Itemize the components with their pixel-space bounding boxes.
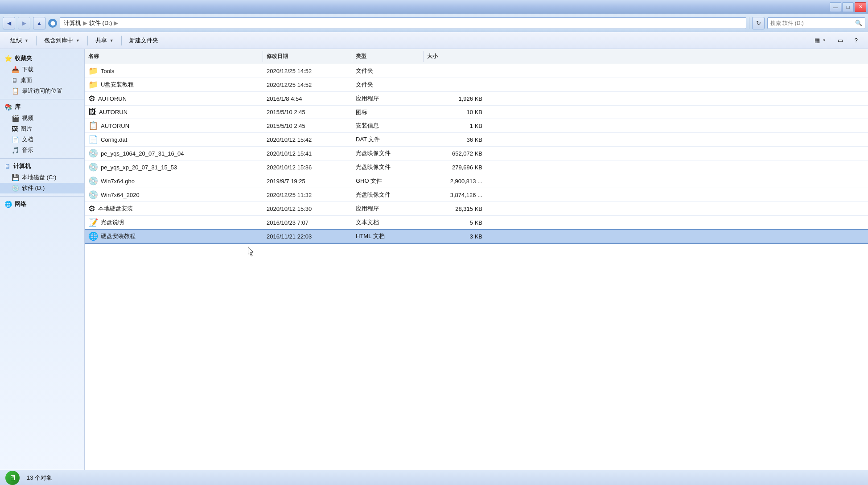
sidebar-section-network: 🌐 网络 [0, 198, 84, 210]
sidebar-item-pictures[interactable]: 🖼 图片 [0, 123, 84, 134]
col-header-type[interactable]: 类型 [352, 51, 424, 62]
up-button[interactable]: ▲ [33, 17, 45, 29]
table-row[interactable]: 🖼 AUTORUN 2015/5/10 2:45 图标 10 KB [85, 106, 868, 119]
file-date-cell: 2019/9/7 19:25 [263, 177, 352, 185]
file-type: 文件夹 [356, 81, 373, 89]
table-row[interactable]: 💿 pe_yqs_xp_20_07_31_15_53 2020/10/12 15… [85, 160, 868, 174]
toolbar: 组织 ▼ 包含到库中 ▼ 共享 ▼ 新建文件夹 ▦ ▼ ▭ ? [0, 32, 868, 49]
refresh-button[interactable]: ↻ [752, 17, 765, 29]
file-type-cell: DAT 文件 [352, 135, 424, 144]
file-type-cell: 安装信息 [352, 121, 424, 131]
file-name: 光盘说明 [101, 218, 124, 226]
sidebar-item-recent[interactable]: 📋 最近访问的位置 [0, 86, 84, 96]
file-size-cell: 2,900,813 ... [424, 177, 486, 185]
file-name-cell: 🌐 硬盘安装教程 [85, 230, 263, 242]
pictures-icon: 🖼 [12, 125, 18, 132]
file-name-cell: 💿 Win7x64.gho [85, 175, 263, 187]
file-name-cell: 💿 Win7x64_2020 [85, 189, 263, 201]
file-name-cell: 📁 U盘安装教程 [85, 79, 263, 90]
file-type: GHO 文件 [356, 177, 382, 185]
file-size-cell: 36 KB [424, 136, 486, 144]
view-icon: ▦ [815, 37, 820, 44]
file-name: AUTORUN [101, 123, 129, 129]
view-button[interactable]: ▦ ▼ [810, 34, 831, 47]
table-row[interactable]: ⚙ 本地硬盘安装 2020/10/12 15:30 应用程序 28,315 KB [85, 202, 868, 216]
documents-icon: 📄 [12, 136, 19, 143]
file-date: 2016/11/21 22:03 [267, 233, 312, 240]
col-header-date[interactable]: 修改日期 [263, 51, 352, 62]
file-size: 1,926 KB [459, 95, 483, 102]
search-input[interactable] [770, 20, 855, 26]
table-row[interactable]: ⚙ AUTORUN 2016/1/8 4:54 应用程序 1,926 KB [85, 92, 868, 106]
computer-icon: 🖥 [4, 163, 11, 170]
sidebar-item-downloads[interactable]: 📥 下载 [0, 64, 84, 75]
preview-button[interactable]: ▭ [833, 34, 848, 47]
forward-button[interactable]: ▶ [18, 17, 30, 29]
table-row[interactable]: 📁 U盘安装教程 2020/12/25 14:52 文件夹 [85, 78, 868, 92]
library-label: 库 [15, 103, 21, 111]
recent-icon: 📋 [12, 87, 19, 95]
share-button[interactable]: 共享 ▼ [91, 34, 119, 47]
file-type-cell: 应用程序 [352, 94, 424, 103]
sidebar-header-favorites[interactable]: ⭐ 收藏夹 [0, 53, 84, 64]
file-name-cell: 💿 pe_yqs_1064_20_07_31_16_04 [85, 148, 263, 159]
view-dropdown-arrow: ▼ [823, 38, 826, 42]
file-type: 光盘映像文件 [356, 149, 391, 157]
back-button[interactable]: ◀ [3, 17, 15, 29]
sidebar-header-library[interactable]: 📚 库 [0, 101, 84, 113]
col-header-size[interactable]: 大小 [424, 51, 486, 62]
sidebar-item-desktop[interactable]: 🖥 桌面 [0, 75, 84, 86]
file-size-cell: 1,926 KB [424, 95, 486, 103]
file-type: 光盘映像文件 [356, 163, 391, 171]
file-list: 名称 修改日期 类型 大小 📁 Tools 2020/12/25 14:52 文… [85, 49, 868, 470]
col-header-name[interactable]: 名称 [85, 51, 263, 62]
file-name: Win7x64.gho [101, 178, 135, 185]
file-date-cell: 2015/5/10 2:45 [263, 122, 352, 130]
breadcrumb-drive[interactable]: 软件 (D:) [89, 19, 112, 27]
table-row[interactable]: 📝 光盘说明 2016/10/23 7:07 文本文档 5 KB [85, 216, 868, 230]
new-folder-button[interactable]: 新建文件夹 [124, 34, 163, 47]
file-size-cell: 652,072 KB [424, 149, 486, 158]
desktop-label: 桌面 [21, 76, 32, 84]
maximize-button[interactable]: □ [842, 2, 854, 12]
file-size: 10 KB [467, 109, 482, 115]
sidebar-item-drive-d[interactable]: 💿 软件 (D:) [0, 183, 84, 193]
library-icon: 📚 [4, 103, 12, 111]
file-type-cell: 光盘映像文件 [352, 162, 424, 172]
table-row[interactable]: 💿 Win7x64.gho 2019/9/7 19:25 GHO 文件 2,90… [85, 174, 868, 188]
organize-button[interactable]: 组织 ▼ [5, 34, 33, 47]
file-size-cell: 5 KB [424, 218, 486, 227]
sidebar-item-drive-c[interactable]: 💾 本地磁盘 (C:) [0, 172, 84, 183]
addressbar: ◀ ▶ ▲ ⬤ 计算机 ▶ 软件 (D:) ▶ ↻ 🔍 [0, 14, 868, 32]
sidebar-item-documents[interactable]: 📄 文档 [0, 134, 84, 145]
include-button[interactable]: 包含到库中 ▼ [39, 34, 85, 47]
network-label: 网络 [15, 200, 26, 208]
file-date: 2019/9/7 19:25 [267, 178, 305, 185]
search-box[interactable]: 🔍 [767, 17, 865, 29]
table-row[interactable]: 📁 Tools 2020/12/25 14:52 文件夹 [85, 64, 868, 78]
file-date: 2020/10/12 15:30 [267, 206, 312, 212]
table-row[interactable]: 💿 pe_yqs_1064_20_07_31_16_04 2020/10/12 … [85, 147, 868, 160]
share-dropdown-arrow: ▼ [110, 38, 114, 43]
table-row[interactable]: 🌐 硬盘安装教程 2016/11/21 22:03 HTML 文档 3 KB [85, 230, 868, 243]
minimize-button[interactable]: — [830, 2, 841, 12]
sidebar-item-music[interactable]: 🎵 音乐 [0, 145, 84, 156]
breadcrumb-computer[interactable]: 计算机 [64, 19, 81, 27]
breadcrumb-bar[interactable]: 计算机 ▶ 软件 (D:) ▶ [60, 17, 746, 29]
sidebar-header-computer[interactable]: 🖥 计算机 [0, 160, 84, 172]
table-row[interactable]: 📄 Config.dat 2020/10/12 15:42 DAT 文件 36 … [85, 133, 868, 147]
file-name-cell: 📁 Tools [85, 65, 263, 77]
file-date: 2015/5/10 2:45 [267, 123, 305, 129]
video-label: 视频 [22, 114, 33, 122]
file-date-cell: 2020/12/25 14:52 [263, 81, 352, 89]
table-row[interactable]: 💿 Win7x64_2020 2020/12/25 11:32 光盘映像文件 3… [85, 188, 868, 202]
help-button[interactable]: ? [850, 34, 863, 47]
organize-label: 组织 [10, 37, 22, 45]
file-icon: 🌐 [88, 231, 98, 241]
file-size-cell [424, 84, 486, 86]
file-type-cell: 光盘映像文件 [352, 148, 424, 158]
sidebar-item-video[interactable]: 🎬 视频 [0, 113, 84, 123]
sidebar-header-network[interactable]: 🌐 网络 [0, 198, 84, 210]
close-button[interactable]: ✕ [855, 2, 866, 12]
table-row[interactable]: 📋 AUTORUN 2015/5/10 2:45 安装信息 1 KB [85, 119, 868, 133]
